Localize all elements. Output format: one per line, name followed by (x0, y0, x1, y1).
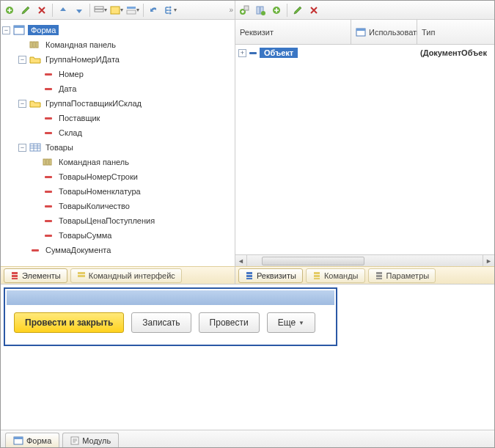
attr-col-use[interactable]: Использовать (351, 20, 417, 44)
attr-add-button[interactable] (237, 3, 252, 18)
attributes-icon (245, 271, 254, 280)
edit-button[interactable] (18, 3, 33, 18)
preview-titlebar (7, 290, 334, 305)
form-tree[interactable]: − Форма Командная панель−ГруппаНомерИДат… (1, 20, 235, 266)
add-button[interactable] (2, 3, 17, 18)
tree-item[interactable]: ТоварыНомерСтроки (2, 169, 233, 184)
layout-button[interactable]: ▾ (125, 3, 140, 18)
tab-parameters[interactable]: Параметры (368, 268, 436, 283)
tab-elements[interactable]: Элементы (4, 268, 67, 283)
svg-rect-16 (46, 159, 48, 165)
svg-rect-18 (12, 272, 18, 274)
tree-item[interactable]: Склад (2, 125, 233, 140)
tab-elements-label: Элементы (22, 271, 61, 280)
attr-row-object[interactable]: + Объект (ДокументОбъек (235, 45, 494, 61)
expander-icon[interactable]: + (238, 49, 246, 57)
svg-rect-13 (36, 42, 38, 48)
svg-rect-20 (12, 278, 18, 279)
form-icon (13, 25, 25, 35)
svg-rect-12 (33, 42, 35, 48)
svg-rect-21 (78, 272, 85, 274)
post-and-close-button[interactable]: Провести и закрыть (14, 312, 124, 333)
svg-rect-31 (246, 272, 252, 274)
attr-body[interactable]: + Объект (ДокументОбъек (235, 45, 494, 254)
tree-mode-button[interactable]: ▾ (163, 3, 177, 18)
attr-edit-button[interactable] (290, 3, 305, 18)
tree-root[interactable]: − Форма (2, 23, 233, 37)
attr-add-col-button[interactable] (253, 3, 268, 18)
view-mode-button[interactable]: ▾ (109, 3, 124, 18)
tab-commands[interactable]: Команды (306, 268, 365, 283)
attr-col-type[interactable]: Тип (417, 20, 494, 44)
post-button[interactable]: Провести (199, 312, 260, 333)
chevron-down-icon: ▼ (298, 320, 304, 326)
svg-rect-36 (314, 278, 320, 279)
form-tree-panel: ▾ ▾ ▾ ▾ » − Форма Командная панель−Групп… (1, 1, 235, 284)
column-icon (356, 28, 366, 37)
tree-item[interactable]: ТоварыЦенаПоступления (2, 213, 233, 228)
elements-icon (10, 271, 19, 280)
tree-item[interactable]: СуммаДокумента (2, 243, 233, 257)
toolbar-expand-icon[interactable]: » (229, 6, 233, 14)
tree-item[interactable]: ТоварыНоменклатура (2, 184, 233, 199)
tree-item[interactable]: Дата (2, 81, 233, 96)
tree-item-label: ТоварыКоличество (57, 201, 131, 211)
write-button[interactable]: Записать (131, 312, 191, 333)
form-preview-frame: Провести и закрыть Записать Провести Еще… (4, 287, 337, 346)
attr-delete-button[interactable] (307, 3, 321, 18)
tree-item[interactable]: −ГруппаПоставщикИСклад (2, 96, 233, 111)
move-up-button[interactable] (56, 3, 70, 18)
svg-rect-38 (376, 275, 382, 277)
main-tab-strip: Форма Модуль (1, 430, 494, 447)
tree-item[interactable]: ТоварыКоличество (2, 199, 233, 213)
tree-item[interactable]: −ГруппаНомерИДата (2, 52, 233, 67)
svg-rect-32 (246, 275, 252, 277)
attr-add-attr-button[interactable] (269, 3, 284, 18)
tab-command-interface[interactable]: Командный интерфейс (70, 268, 182, 283)
svg-rect-34 (314, 272, 320, 274)
expander-icon[interactable]: − (18, 144, 26, 152)
svg-rect-3 (111, 7, 120, 14)
tree-item[interactable]: Командная панель (2, 37, 233, 52)
properties-button[interactable]: ▾ (93, 3, 108, 18)
preview-command-bar: Провести и закрыть Записать Провести Еще… (7, 312, 334, 343)
tree-item[interactable]: Командная панель (2, 155, 233, 169)
more-button[interactable]: Еще▼ (267, 312, 315, 333)
expander-icon[interactable]: − (18, 100, 26, 108)
scroll-thumb[interactable] (262, 257, 364, 265)
scroll-right-icon[interactable]: ► (483, 255, 494, 266)
svg-rect-30 (356, 29, 365, 31)
folder-icon (29, 54, 41, 65)
scroll-left-icon[interactable]: ◄ (235, 255, 247, 266)
attr-col-name[interactable]: Реквизит (235, 20, 351, 44)
expander-icon[interactable]: − (2, 26, 10, 34)
svg-point-6 (169, 6, 172, 8)
tab-attributes[interactable]: Реквизиты (238, 268, 303, 283)
h-scrollbar[interactable]: ◄ ► (235, 254, 494, 266)
svg-rect-4 (127, 7, 136, 9)
tree-item-label: Дата (57, 84, 78, 94)
tree-item[interactable]: Номер (2, 67, 233, 81)
bar-red-icon (43, 172, 54, 182)
tree-item[interactable]: ТоварыСумма (2, 228, 233, 243)
tree-item-label: Товары (44, 142, 75, 153)
undo-button[interactable] (147, 3, 161, 18)
form-preview-area: Провести и закрыть Записать Провести Еще… (1, 284, 494, 430)
tree-item-label: ГруппаПоставщикИСклад (44, 98, 143, 109)
commands-icon (312, 271, 321, 280)
svg-rect-39 (376, 278, 382, 279)
tree-root-label: Форма (28, 25, 59, 35)
table-icon (29, 142, 41, 153)
svg-rect-2 (95, 10, 103, 12)
tree-item[interactable]: −Товары (2, 140, 233, 155)
tree-item-label: ГруппаНомерИДата (44, 54, 121, 65)
bar-red-icon (43, 201, 54, 211)
main-tab-module[interactable]: Модуль (62, 433, 119, 447)
expander-icon[interactable]: − (18, 56, 26, 64)
delete-button[interactable] (34, 3, 49, 18)
bar-red-icon (43, 113, 54, 123)
move-down-button[interactable] (72, 3, 87, 18)
main-tab-form[interactable]: Форма (5, 433, 59, 447)
svg-rect-11 (30, 42, 32, 48)
tree-item[interactable]: Поставщик (2, 111, 233, 125)
